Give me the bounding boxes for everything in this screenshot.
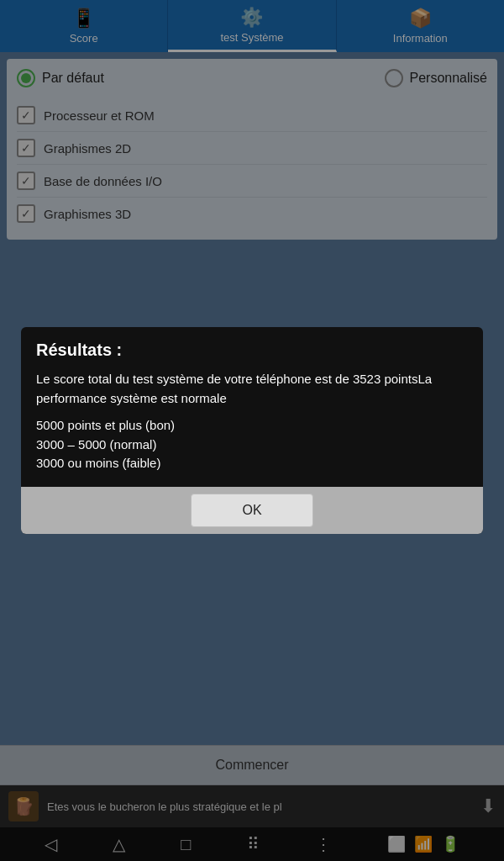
dialog-footer: OK [21,487,483,534]
ok-button[interactable]: OK [191,494,312,527]
scale-good: 5000 points et plus (bon) [36,416,468,436]
dialog-body: Le score total du test système de votre … [21,367,483,487]
results-dialog: Résultats : Le score total du test systè… [21,327,483,534]
dialog-title: Résultats : [21,327,483,367]
dialog-overlay: Résultats : Le score total du test systè… [0,0,504,861]
scale-info: 5000 points et plus (bon) 3000 – 5000 (n… [36,416,468,473]
scale-low: 3000 ou moins (faible) [36,454,468,473]
scale-normal: 3000 – 5000 (normal) [36,436,468,455]
dialog-score-text: Le score total du test système de votre … [36,370,468,408]
